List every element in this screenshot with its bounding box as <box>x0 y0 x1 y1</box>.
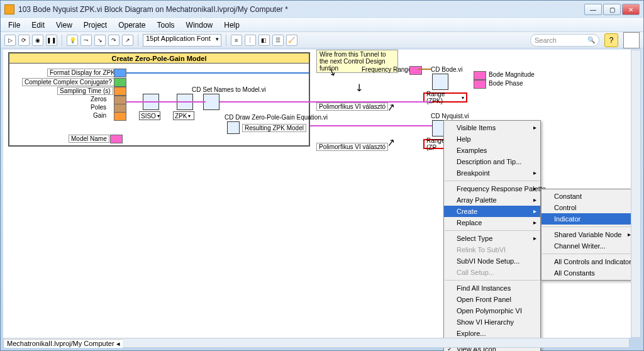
poles-terminal[interactable] <box>114 104 126 113</box>
step-into-button[interactable]: ↘ <box>94 35 106 46</box>
window-title: 103 Bode Nyquist ZPK.vi Block Diagram on… <box>18 5 584 14</box>
menu-operate[interactable]: Operate <box>113 20 150 31</box>
frequency-range-terminal[interactable] <box>409 66 422 75</box>
step-out-button[interactable]: ↗ <box>122 35 133 46</box>
zeros-label: Zeros <box>89 96 109 103</box>
menu-item[interactable]: Control <box>541 202 635 213</box>
poles-label: Poles <box>89 104 108 111</box>
arrow-icon: ↗ <box>386 136 396 149</box>
menu-item[interactable]: Array Palette <box>444 194 540 206</box>
retain-wire-button[interactable]: ⤳ <box>80 35 92 46</box>
poly-selector-2: Polimorfikus VI választó <box>316 143 388 151</box>
menu-item[interactable]: Open Front Panel <box>444 294 540 305</box>
resize-button[interactable]: ◧ <box>258 35 270 46</box>
menu-item: Relink To SubVI <box>444 244 540 255</box>
zpk-select[interactable]: ZPK <box>173 111 194 120</box>
menu-item[interactable]: Frequency Response Palette <box>444 183 540 194</box>
cleanup-button[interactable]: 🧹 <box>286 35 297 46</box>
menubar: File Edit View Project Operate Tools Win… <box>1 18 643 32</box>
poly-selector-1: Polimorfikus VI választó <box>316 103 388 111</box>
status-bar: MechatronikaII.lvproj/My Computer ◂ <box>4 339 123 348</box>
distribute-button[interactable]: ⋮ <box>245 35 256 46</box>
arrow-icon: ↗ <box>386 101 396 114</box>
toolbar: ▷ ⟳ ◉ ❚❚ 💡 ⤳ ↘ ↷ ↗ 15pt Application Font… <box>1 32 643 48</box>
run-button[interactable]: ▷ <box>4 35 16 46</box>
menu-item[interactable]: Open Polymorphic VI <box>444 305 540 316</box>
bode-mag-label: Bode Magnitude <box>489 71 535 78</box>
gain-terminal[interactable] <box>114 112 126 121</box>
complete-conjugate-terminal[interactable] <box>114 78 126 87</box>
menu-window[interactable]: Window <box>181 20 218 31</box>
titlebar: 103 Bode Nyquist ZPK.vi Block Diagram on… <box>1 1 643 18</box>
run-cont-button[interactable]: ⟳ <box>18 35 30 46</box>
font-select[interactable]: 15pt Application Font <box>143 34 221 47</box>
siso-select[interactable]: SISO <box>139 111 160 120</box>
context-help-button[interactable]: ? <box>604 33 618 47</box>
abort-button[interactable]: ◉ <box>32 35 43 46</box>
menu-item[interactable]: SubVI Node Setup... <box>444 255 540 267</box>
bode-phase-label: Bode Phase <box>489 80 523 87</box>
structure-title: Create Zero-Pole-Gain Model <box>8 52 310 64</box>
menu-item: Call Setup... <box>444 267 540 278</box>
gain-label: Gain <box>91 112 108 119</box>
app-window: 103 Bode Nyquist ZPK.vi Block Diagram on… <box>0 0 644 351</box>
frequency-range-label: Frequency Range <box>362 66 412 73</box>
cd-bode-node[interactable] <box>432 74 448 90</box>
app-icon <box>4 4 14 14</box>
menu-item[interactable]: Examples <box>444 145 540 156</box>
model-name-terminal[interactable] <box>110 135 123 143</box>
menu-item[interactable]: Channel Writer... <box>541 240 635 252</box>
resulting-model-label: Resulting ZPK Model <box>242 124 306 132</box>
node-context-menu[interactable]: Visible ItemsHelpExamplesDescription and… <box>443 120 541 351</box>
menu-item[interactable]: Help <box>444 133 540 145</box>
menu-item[interactable]: Indicator <box>541 213 635 225</box>
reorder-button[interactable]: ☰ <box>272 35 284 46</box>
highlight-exec-button[interactable]: 💡 <box>67 35 78 46</box>
menu-item[interactable]: Show VI Hierarchy <box>444 316 540 328</box>
cd-draw-eq-label: CD Draw Zero-Pole-Gain Equation.vi <box>225 114 328 121</box>
complete-conjugate-label: Complete Complex Conjugate? (F) <box>22 78 125 86</box>
cd-draw-eq-node[interactable] <box>227 121 240 134</box>
menu-item[interactable]: Create <box>444 206 540 217</box>
menu-item[interactable]: Constant <box>541 191 635 202</box>
menu-item[interactable]: All Controls and Indicators <box>541 256 635 267</box>
model-name-label: Model Name <box>69 135 109 143</box>
maximize-button[interactable]: ▢ <box>603 4 621 15</box>
search-input[interactable]: Search <box>530 34 599 47</box>
sampling-time-label: Sampling Time (s) <box>57 87 113 95</box>
menu-item[interactable]: Visible Items <box>444 122 540 133</box>
menu-item[interactable]: Replace <box>444 217 540 228</box>
menu-item[interactable]: Shared Variable Node <box>541 229 635 240</box>
menu-tools[interactable]: Tools <box>152 20 180 31</box>
menu-edit[interactable]: Edit <box>26 20 50 31</box>
vi-icon[interactable] <box>623 32 640 48</box>
create-submenu[interactable]: ConstantControlIndicatorShared Variable … <box>541 189 635 281</box>
menu-file[interactable]: File <box>3 20 25 31</box>
cd-nyquist-label: CD Nyquist.vi <box>431 113 469 120</box>
sampling-time-terminal[interactable] <box>114 87 126 96</box>
pause-button[interactable]: ❚❚ <box>46 35 57 46</box>
bode-mag-terminal[interactable] <box>474 71 486 80</box>
menu-item[interactable]: Breakpoint <box>444 167 540 179</box>
align-button[interactable]: ≡ <box>231 35 242 46</box>
status-project: MechatronikaII.lvproj/My Computer <box>7 340 114 347</box>
vertical-scrollbar[interactable] <box>631 50 641 338</box>
format-display-label: Format Display for ZPK <box>47 69 118 77</box>
close-button[interactable]: ✕ <box>622 4 640 15</box>
zeros-terminal[interactable] <box>114 96 126 104</box>
bode-phase-terminal[interactable] <box>474 80 486 89</box>
step-over-button[interactable]: ↷ <box>108 35 119 46</box>
cd-set-names-label: CD Set Names to Model.vi <box>192 86 266 93</box>
menu-view[interactable]: View <box>51 20 77 31</box>
menu-project[interactable]: Project <box>79 20 112 31</box>
arrow-icon: ↘ <box>352 80 367 94</box>
format-display-terminal[interactable] <box>114 69 126 77</box>
menu-item[interactable]: Select Type <box>444 233 540 244</box>
menu-item[interactable]: Find All Instances <box>444 282 540 294</box>
menu-item[interactable]: Description and Tip... <box>444 156 540 167</box>
cd-bode-label: CD Bode.vi <box>431 66 463 73</box>
flat-sequence-structure[interactable]: Create Zero-Pole-Gain Model <box>8 52 310 147</box>
minimize-button[interactable]: — <box>584 4 602 15</box>
menu-help[interactable]: Help <box>219 20 245 31</box>
menu-item[interactable]: All Constants <box>541 267 635 279</box>
